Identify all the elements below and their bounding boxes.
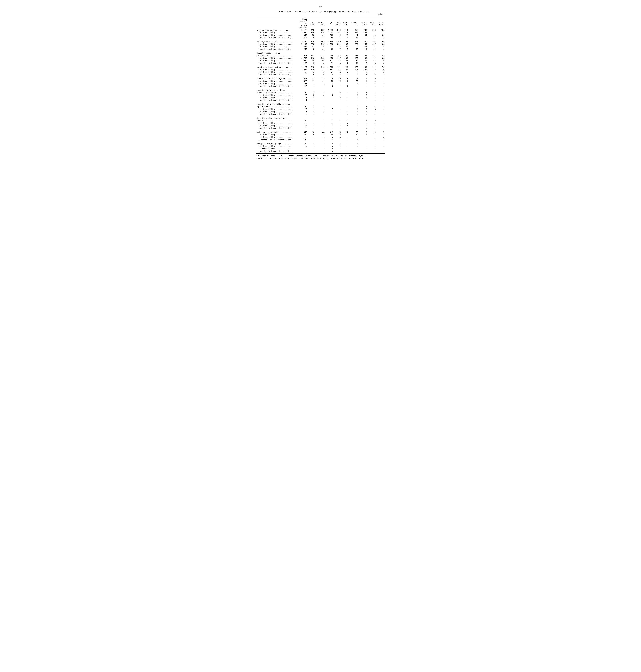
data-cell: 9 [308,48,315,51]
data-cell [376,117,385,120]
data-cell: 28 [325,71,334,73]
header-line: Øst- [308,21,314,23]
row-label: Heltidsstilling ............... [256,43,294,45]
data-cell: 379 [349,29,359,31]
data-cell: 6 [308,73,315,76]
data-cell: 1 [325,148,334,150]
data-cell: 8 [359,134,367,136]
data-cell: 3 [359,73,367,76]
data-cell: 6 [367,80,376,82]
data-cell: 4 [349,73,359,76]
data-cell: 5 [325,108,334,111]
data-cell: 274 [367,31,376,34]
data-cell: 2 [341,136,349,139]
header-line: Aust- [377,21,384,23]
data-cell: 4 [341,71,349,73]
data-cell: 7 107 [294,43,308,45]
data-cell: 17 [367,134,376,136]
data-cell: 1 [367,143,376,145]
data-cell [367,103,376,106]
data-cell: 313 [367,29,376,31]
header-line: mark [368,23,376,26]
data-cell: 86 [315,34,325,37]
data-cell: 73 [376,66,385,69]
data-cell: 75 [315,45,325,48]
data-cell: 545 [315,31,325,34]
data-cell: 4 [359,92,367,94]
data-cell: - [367,85,376,88]
row-label: Alle næringsgrupper ............. [256,29,294,31]
col-header-ostfold: Øst-fold [308,18,315,29]
title-line-1: Tabell 2.18. Yrkesaktive leger¹ etter næ… [279,11,385,13]
row-label: Heltidsstilling ............... [256,31,294,34]
data-cell: 159 [341,54,349,57]
data-cell: 2 [359,122,367,125]
header-line: The [295,22,307,25]
data-cell [349,52,359,54]
data-cell: 6 [359,62,367,65]
data-cell [308,117,315,120]
table-row: Heltidsstilling ...............3 9251962… [256,69,385,71]
data-cell: 5 [315,71,325,73]
data-cell: 1 [334,120,341,122]
data-cell: 399 [308,40,315,43]
table-row: Deltidsstilling ...............231474-1-… [256,82,385,85]
data-cell: 1 [308,136,315,139]
data-cell: - [315,143,325,145]
data-cell: - [334,111,341,113]
row-label: Institusjoner for alkoholikere [256,103,294,106]
data-cell: 1 [294,99,308,102]
header-line: Vest- [359,21,367,23]
data-cell: - [376,124,385,127]
row-label: Uoppgitt hel-/deltidsstilling . [256,73,294,76]
data-cell: 28 [294,122,308,125]
data-cell: 297 [341,40,349,43]
data-cell: - [315,150,325,153]
data-cell: 180 [349,54,359,57]
data-cell: 6 [367,73,376,76]
data-cell: 1 [349,108,359,111]
data-cell: 3 [315,92,325,94]
data-cell: 11 [349,62,359,65]
data-cell: 4 [334,82,341,85]
data-cell: 1 042 [325,69,334,71]
data-cell: 1 [359,111,367,113]
data-cell: - [308,139,315,141]
data-cell: 7 922 [294,31,308,34]
table-row: institusjon .....................3 61016… [256,54,385,57]
data-cell: 11 [325,122,334,125]
data-cell: 120 [349,69,359,71]
data-cell: 16 [308,131,315,134]
data-cell: 15 [308,77,315,80]
header-line: whole [295,25,307,27]
data-cell: 122 [334,66,341,69]
data-cell: 2 282 [325,29,334,31]
header-line: rud [349,23,358,26]
data-cell: 162 [376,29,385,31]
data-cell: 5 [334,92,341,94]
data-cell: 1 [308,97,315,99]
data-cell [334,117,341,120]
data-cell: 14 [308,80,315,82]
data-cell: 9 [308,37,315,39]
data-cell: - [325,113,334,116]
data-cell: 19 [376,45,385,48]
data-cell: 71 [315,77,325,80]
data-cell: - [315,122,325,125]
row-label: Helsetjeneste utenfor [256,52,294,54]
data-cell: 120 [341,69,349,71]
data-cell: - [376,148,385,150]
data-cell: 316 [349,31,359,34]
table-row: Uoppgitt hel-/deltidsstilling .10466292-… [256,73,385,76]
data-cell: 3 [376,136,385,139]
data-cell: - [376,82,385,85]
data-cell: 257 [294,48,308,51]
data-cell [308,103,315,106]
row-label: Helsetjenester ikke nærmere [256,117,294,120]
data-cell: 1 [367,136,376,139]
data-cell: - [334,108,341,111]
data-cell: 63 [376,57,385,59]
table-row: Deltidsstilling ...............51--2--11… [256,97,385,99]
data-cell: 1 [341,124,349,127]
data-cell: 2 [325,94,334,97]
